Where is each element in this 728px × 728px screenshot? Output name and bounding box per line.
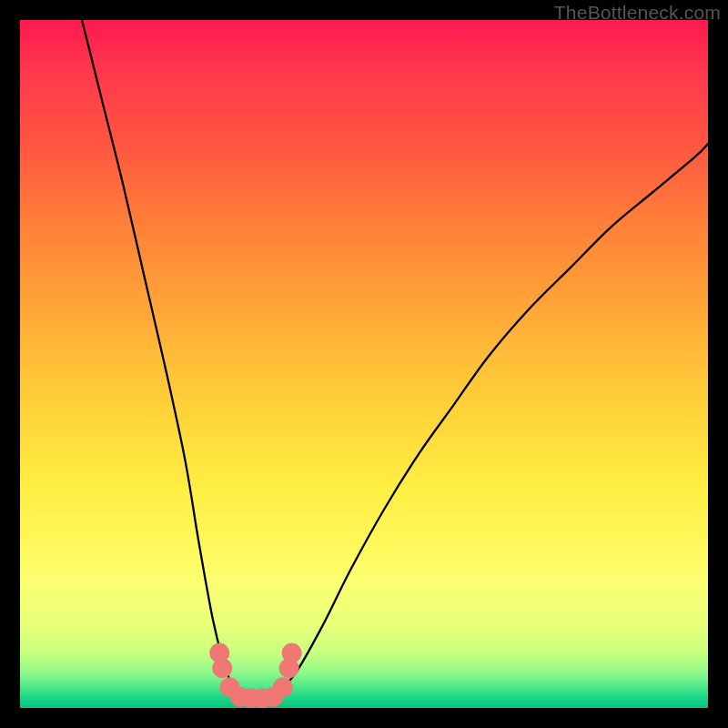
watermark-text: TheBottleneck.com — [554, 2, 721, 24]
curve-marker — [213, 659, 232, 678]
curve-marker — [273, 678, 292, 697]
chart-frame — [20, 20, 708, 708]
bottleneck-curve — [82, 20, 708, 703]
curve-markers — [210, 643, 302, 708]
curve-layer — [20, 20, 708, 708]
curve-marker — [282, 643, 301, 662]
